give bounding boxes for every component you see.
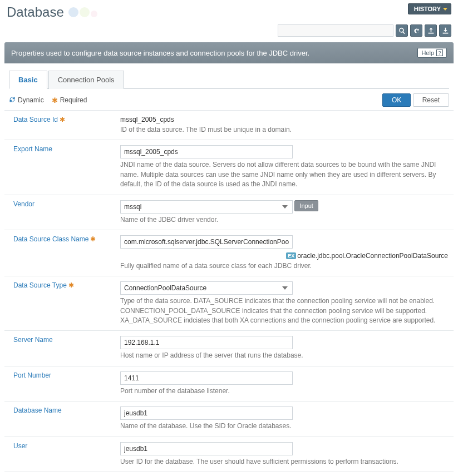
search-input[interactable] [278, 24, 393, 37]
ok-button[interactable]: OK [382, 93, 411, 107]
input-server-name[interactable] [120, 336, 293, 349]
required-icon: ✱ [68, 281, 74, 289]
help-button[interactable]: Help? [417, 48, 447, 58]
hint-export-name: JNDI name of the data source. Servers do… [120, 160, 448, 189]
page-title: Database [7, 4, 64, 20]
input-ds-class[interactable] [120, 235, 293, 249]
label-export-name: Export Name [13, 145, 52, 153]
vendor-input-button[interactable]: Input [294, 200, 318, 211]
example-ds-class: oracle.jdbc.pool.OracleConnectionPoolDat… [297, 252, 448, 260]
label-database-name: Database Name [13, 406, 62, 414]
legend-dynamic: Dynamic [9, 96, 44, 105]
input-port-number[interactable] [120, 371, 293, 385]
description-text: Properties used to configure data source… [11, 49, 309, 57]
hint-port-number: Port number of the database listener. [120, 386, 448, 396]
label-ds-type: Data Source Type [13, 281, 67, 289]
input-database-name[interactable] [120, 406, 293, 420]
hint-database-name: Name of the database. Use the SID for Or… [120, 422, 448, 431]
history-button[interactable]: HISTORY [408, 3, 451, 14]
required-icon: ✱ [52, 96, 58, 105]
label-ds-class: Data Source Class Name [13, 235, 88, 243]
hint-data-source-id: ID of the data source. The ID must be un… [120, 126, 292, 133]
search-icon[interactable] [396, 24, 408, 37]
required-icon: ✱ [90, 235, 96, 243]
select-vendor[interactable]: mssql [120, 200, 293, 214]
required-icon: ✱ [60, 116, 65, 123]
legend-required: ✱ Required [52, 96, 87, 105]
export-xml-icon[interactable] [425, 24, 437, 37]
hint-ds-class: Fully qualified name of a data source cl… [120, 261, 448, 271]
label-user: User [13, 442, 27, 450]
title-decoration [68, 7, 97, 17]
input-export-name[interactable] [120, 145, 293, 158]
value-data-source-id: mssql_2005_cpds [120, 116, 448, 123]
select-ds-type[interactable]: ConnectionPoolDataSource [120, 281, 293, 295]
label-port-number: Port Number [13, 371, 51, 379]
tab-basic[interactable]: Basic [9, 71, 47, 89]
reset-button[interactable]: Reset [413, 93, 449, 107]
label-data-source-id: Data Source Id [13, 116, 58, 123]
import-xml-icon[interactable] [439, 24, 451, 37]
label-server-name: Server Name [13, 336, 53, 344]
label-vendor: Vendor [13, 200, 35, 208]
hint-user: User ID for the database. The user shoul… [120, 457, 448, 467]
refresh-icon[interactable] [410, 24, 422, 37]
hint-vendor: Name of the JDBC driver vendor. [120, 215, 448, 225]
tabstrip: Basic Connection Pools [9, 70, 449, 89]
example-badge: EX [286, 252, 296, 259]
tab-connection-pools[interactable]: Connection Pools [48, 71, 124, 89]
hint-server-name: Host name or IP address of the server th… [120, 351, 448, 360]
input-user[interactable] [120, 442, 293, 455]
hint-ds-type: Type of the data source. DATA_SOURCE ind… [120, 296, 448, 325]
dynamic-icon [9, 96, 16, 105]
